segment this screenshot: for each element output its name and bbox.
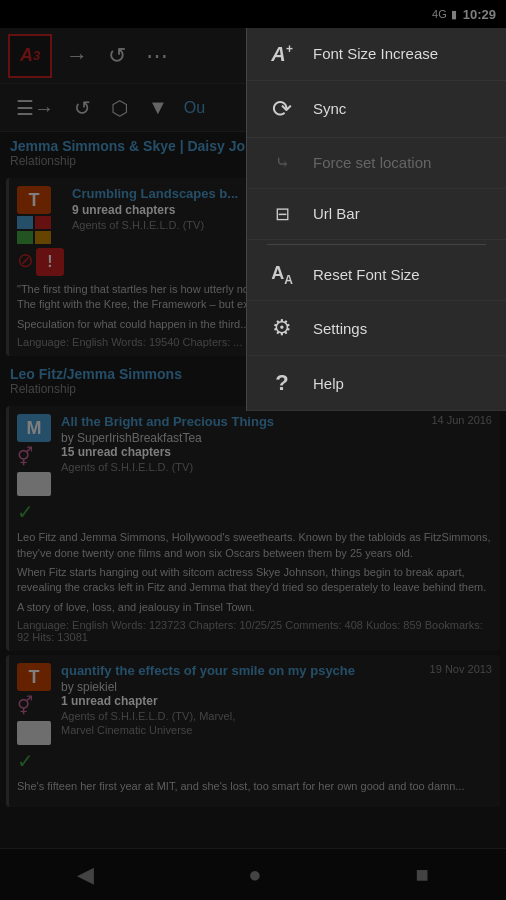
menu-item-reset-font[interactable]: AA Reset Font Size	[247, 249, 506, 302]
font-size-increase-label: Font Size Increase	[313, 45, 438, 62]
sync-label: Sync	[313, 100, 346, 117]
reset-font-label: Reset Font Size	[313, 266, 420, 283]
reset-font-icon: AA	[267, 263, 297, 287]
font-size-increase-icon: A+	[267, 42, 297, 66]
settings-label: Settings	[313, 320, 367, 337]
url-bar-icon: ⊟	[267, 203, 297, 225]
sync-icon: ⟳	[267, 95, 297, 123]
url-bar-label: Url Bar	[313, 205, 360, 222]
menu-item-font-size-increase[interactable]: A+ Font Size Increase	[247, 28, 506, 81]
gear-icon: ⚙	[267, 315, 297, 341]
help-icon: ?	[267, 370, 297, 396]
menu-item-help[interactable]: ? Help	[247, 356, 506, 411]
menu-divider	[267, 244, 486, 245]
menu-item-settings[interactable]: ⚙ Settings	[247, 301, 506, 356]
menu-item-force-location[interactable]: ⤷ Force set location	[247, 138, 506, 189]
dropdown-menu: A+ Font Size Increase ⟳ Sync ⤷ Force set…	[246, 28, 506, 411]
force-location-icon: ⤷	[267, 152, 297, 174]
force-location-label: Force set location	[313, 154, 431, 171]
menu-item-url-bar[interactable]: ⊟ Url Bar	[247, 189, 506, 240]
menu-item-sync[interactable]: ⟳ Sync	[247, 81, 506, 138]
help-label: Help	[313, 375, 344, 392]
